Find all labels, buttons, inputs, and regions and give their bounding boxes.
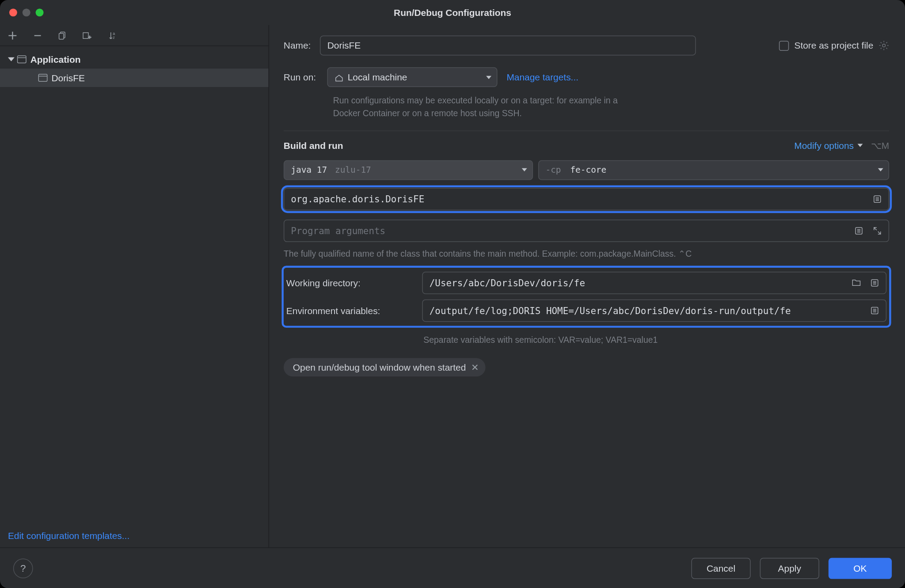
jdk-name: java 17 xyxy=(291,165,327,175)
store-label: Store as project file xyxy=(794,40,873,51)
jdk-select[interactable]: java 17 zulu-17 xyxy=(284,160,533,180)
tree-node-label: DorisFE xyxy=(51,72,84,83)
store-as-project-file[interactable]: Store as project file xyxy=(779,40,889,51)
titlebar: Run/Debug Configurations xyxy=(0,0,905,25)
help-button[interactable]: ? xyxy=(13,558,33,578)
sidebar-footer: Edit configuration templates... xyxy=(0,524,269,547)
add-config-button[interactable] xyxy=(7,29,19,41)
insert-path-macro-button[interactable] xyxy=(867,275,882,290)
jdk-classpath-row: java 17 zulu-17 -cp fe-core xyxy=(284,160,889,180)
main-class-input-wrapper xyxy=(284,188,889,210)
chevron-down-icon xyxy=(8,57,15,61)
remove-config-button[interactable] xyxy=(32,29,44,41)
divider xyxy=(284,130,889,131)
working-directory-row: Working directory: xyxy=(285,269,888,297)
browse-folder-button[interactable] xyxy=(849,275,863,290)
name-label: Name: xyxy=(284,40,311,51)
run-debug-config-window: Run/Debug Configurations az xyxy=(0,0,905,588)
environment-variables-row: Environment variables: xyxy=(285,296,888,324)
sort-config-button[interactable]: az xyxy=(107,29,119,41)
working-directory-input-wrapper xyxy=(422,272,886,294)
modify-options-shortcut: ⌥M xyxy=(871,140,889,151)
edit-templates-link[interactable]: Edit configuration templates... xyxy=(8,530,129,541)
build-and-run-header: Build and run Modify options ⌥M xyxy=(284,140,889,151)
gear-icon[interactable] xyxy=(878,40,889,51)
checkbox-icon xyxy=(779,41,789,50)
cp-flag: -cp xyxy=(545,165,561,175)
run-on-value: Local machine xyxy=(348,72,481,83)
classpath-module-select[interactable]: -cp fe-core xyxy=(538,160,889,180)
main-class-input[interactable] xyxy=(291,193,866,204)
save-config-button[interactable] xyxy=(82,29,94,41)
modify-options-label: Modify options xyxy=(794,140,854,151)
chevron-down-icon xyxy=(858,144,863,147)
program-args-input[interactable] xyxy=(291,225,848,236)
insert-macro-button[interactable] xyxy=(852,224,866,238)
run-on-label: Run on: xyxy=(284,72,318,83)
modify-options-dropdown[interactable]: Modify options xyxy=(794,140,863,151)
config-tree[interactable]: Application DorisFE xyxy=(0,46,269,524)
chevron-down-icon xyxy=(522,168,527,171)
name-input[interactable] xyxy=(320,36,696,56)
svg-point-4 xyxy=(882,44,886,47)
tree-node-dorisfe[interactable]: DorisFE xyxy=(0,68,269,87)
config-icon xyxy=(38,74,48,82)
ok-button[interactable]: OK xyxy=(829,558,892,579)
program-args-input-wrapper xyxy=(284,220,889,242)
workdir-env-highlight: Working directory: Environment variables… xyxy=(284,268,889,326)
dialog-footer: ? Cancel Apply OK xyxy=(0,547,905,588)
env-vars-hint: Separate variables with semicolon: VAR=v… xyxy=(423,335,889,345)
main-class-hint: The fully qualified name of the class th… xyxy=(284,248,889,258)
config-form-panel: Name: Store as project file Run on: xyxy=(269,25,905,547)
expand-button[interactable] xyxy=(870,224,885,238)
browse-class-button[interactable] xyxy=(870,192,885,206)
option-chip-open-run-window[interactable]: Open run/debug tool window when started … xyxy=(284,358,486,376)
configurations-sidebar: az Application DorisFE Edit configuratio… xyxy=(0,25,269,547)
window-title: Run/Debug Configurations xyxy=(0,7,905,18)
run-on-row: Run on: Local machine Manage targets... xyxy=(284,67,889,87)
tree-node-label: Application xyxy=(30,54,81,64)
chevron-down-icon xyxy=(878,168,883,171)
environment-variables-label: Environment variables: xyxy=(286,305,409,316)
chevron-down-icon xyxy=(486,76,491,79)
cancel-button[interactable]: Cancel xyxy=(691,558,750,579)
edit-env-button[interactable] xyxy=(867,303,882,318)
home-icon xyxy=(335,73,342,81)
chip-label: Open run/debug tool window when started xyxy=(293,362,466,372)
manage-targets-link[interactable]: Manage targets... xyxy=(506,72,578,83)
environment-variables-input-wrapper xyxy=(422,299,886,322)
tree-node-application[interactable]: Application xyxy=(0,50,269,68)
dialog-body: az Application DorisFE Edit configuratio… xyxy=(0,25,905,547)
working-directory-label: Working directory: xyxy=(286,277,409,288)
cp-module: fe-core xyxy=(570,165,606,175)
svg-text:z: z xyxy=(113,35,115,39)
remove-chip-button[interactable]: ✕ xyxy=(471,362,479,372)
main-class-highlight xyxy=(284,188,889,210)
application-icon xyxy=(17,55,27,63)
section-title: Build and run xyxy=(284,140,343,151)
working-directory-input[interactable] xyxy=(430,277,845,288)
copy-config-button[interactable] xyxy=(57,29,68,41)
run-on-select[interactable]: Local machine xyxy=(327,67,497,87)
environment-variables-input[interactable] xyxy=(430,305,863,316)
name-row: Name: Store as project file xyxy=(284,36,889,56)
jdk-vendor: zulu-17 xyxy=(335,165,371,175)
sidebar-toolbar: az xyxy=(0,25,269,46)
svg-rect-1 xyxy=(59,33,64,39)
apply-button[interactable]: Apply xyxy=(760,558,819,579)
run-on-help-text: Run configurations may be executed local… xyxy=(333,95,643,120)
